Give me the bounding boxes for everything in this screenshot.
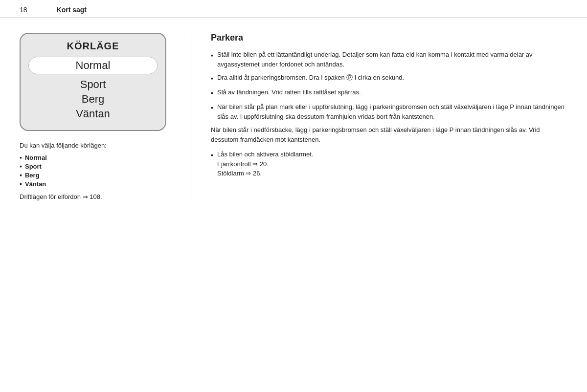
drift-link: Driftlägen för elfordon ⇒ 108. <box>20 193 171 200</box>
bullet-text-1: Ställ inte bilen på ett lättantändligt u… <box>217 50 567 69</box>
list-item-sport: Sport <box>20 162 171 171</box>
column-divider <box>191 33 191 200</box>
bullet-text-2: Dra alltid åt parkeringsbromsen. Dra i s… <box>217 73 567 83</box>
bullet-marker-last: ▪ <box>211 150 213 160</box>
para-text-1: När bilen står i nedförsbacke, lägg i pa… <box>211 125 567 145</box>
bullet-text-last: Lås bilen och aktivera stöldlarmet. Fjär… <box>217 150 567 178</box>
bullet-text-4: När bilen står på plan mark eller i uppf… <box>217 102 567 121</box>
sub-bullet-1: Fjärrkontroll ⇒ 20. <box>217 160 269 168</box>
left-column: KÖRLÄGE Normal Sport Berg Väntan Du kan … <box>20 33 186 200</box>
bullet-marker-4: ▪ <box>211 103 213 113</box>
right-column: Parkera ▪ Ställ inte bilen på ett lättan… <box>196 33 567 200</box>
bullet-item-last: ▪ Lås bilen och aktivera stöldlarmet. Fj… <box>211 150 567 178</box>
bullet-marker-1: ▪ <box>211 50 213 61</box>
drive-mode-title: KÖRLÄGE <box>28 41 158 52</box>
bullet-item-2: ▪ Dra alltid åt parkeringsbromsen. Dra i… <box>211 73 567 84</box>
drive-mode-normal: Normal <box>28 57 158 74</box>
bullet-item-4: ▪ När bilen står på plan mark eller i up… <box>211 102 567 121</box>
drive-mode-widget: KÖRLÄGE Normal Sport Berg Väntan <box>20 33 166 131</box>
content-area: KÖRLÄGE Normal Sport Berg Väntan Du kan … <box>0 18 587 210</box>
page-header: 18 Kort sagt <box>0 0 587 18</box>
bullet-text-3: Slå av tändningen. Vrid ratten tills rat… <box>217 87 567 97</box>
page-number: 18 <box>20 6 27 14</box>
bullet-item-3: ▪ Slå av tändningen. Vrid ratten tills r… <box>211 87 567 98</box>
bullet-marker-3: ▪ <box>211 88 213 98</box>
section-heading: Parkera <box>211 33 567 43</box>
mode-list: Normal Sport Berg Väntan <box>20 153 171 188</box>
list-item-vantan: Väntan <box>20 179 171 188</box>
page-title: Kort sagt <box>57 6 87 14</box>
bullet-section: ▪ Ställ inte bilen på ett lättantändligt… <box>211 50 567 178</box>
list-item-normal: Normal <box>20 153 171 162</box>
page-wrapper: 18 Kort sagt KÖRLÄGE Normal Sport Berg V… <box>0 0 587 392</box>
intro-text: Du kan välja följande körlägen: <box>20 142 171 149</box>
drive-mode-berg: Berg <box>28 92 158 107</box>
drive-mode-sport: Sport <box>28 77 158 92</box>
bullet-item-1: ▪ Ställ inte bilen på ett lättantändligt… <box>211 50 567 69</box>
drive-mode-vantan: Väntan <box>28 107 158 121</box>
bullet-marker-2: ▪ <box>211 73 213 84</box>
sub-bullet-2: Stöldlarm ⇒ 26. <box>217 170 262 177</box>
list-item-berg: Berg <box>20 171 171 179</box>
